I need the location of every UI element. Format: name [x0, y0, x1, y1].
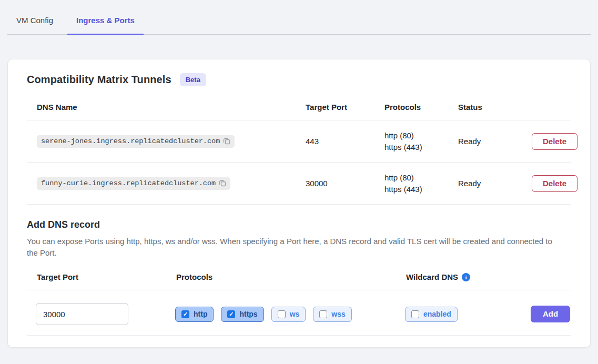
checkbox-wss[interactable]: wss: [313, 307, 351, 322]
checkbox-label: wss: [331, 310, 345, 318]
checkbox-http[interactable]: ✓ http: [175, 307, 214, 322]
beta-badge: Beta: [180, 73, 206, 86]
add-dns-record-title: Add DNS record: [27, 219, 571, 230]
tab-bar: VM Config Ingress & Ports: [7, 0, 591, 35]
checkbox-wildcard-enabled[interactable]: enabled: [405, 307, 458, 322]
checkbox-ws[interactable]: ws: [271, 307, 306, 322]
checkbox-icon: [278, 310, 286, 318]
header-dns-name: DNS Name: [27, 103, 296, 112]
target-port-input[interactable]: [36, 303, 128, 325]
form-label-target-port: Target Port: [27, 272, 166, 281]
tunnels-card: Compatibility Matrix Tunnels Beta DNS Na…: [7, 59, 591, 348]
table-row: funny-curie.ingress.replicatedcluster.co…: [27, 162, 571, 204]
status-cell: Ready: [448, 137, 522, 146]
checkbox-https[interactable]: ✓ https: [221, 307, 263, 322]
delete-button[interactable]: Delete: [532, 175, 577, 192]
add-button[interactable]: Add: [531, 306, 570, 322]
copy-icon[interactable]: [223, 137, 230, 145]
target-port-cell: 30000: [296, 179, 374, 188]
target-port-cell: 443: [296, 137, 374, 146]
tab-ingress-ports[interactable]: Ingress & Ports: [67, 12, 144, 35]
checkbox-label: enabled: [423, 310, 451, 318]
dns-name-text: funny-curie.ingress.replicatedcluster.co…: [41, 179, 216, 187]
checkbox-icon: [411, 310, 419, 318]
form-label-protocols: Protocols: [166, 272, 396, 281]
dns-name-text: serene-jones.ingress.replicatedcluster.c…: [41, 137, 220, 145]
protocol-checkbox-group: ✓ http ✓ https ws wss: [166, 307, 396, 322]
tab-vm-config[interactable]: VM Config: [7, 12, 62, 34]
card-title: Compatibility Matrix Tunnels: [27, 74, 171, 86]
form-label-wildcard-dns: Wildcard DNS: [406, 272, 458, 281]
status-cell: Ready: [448, 179, 522, 188]
protocols-cell: http (80) https (443): [374, 130, 448, 153]
checkbox-icon: [319, 310, 327, 318]
checkbox-icon: ✓: [227, 310, 235, 318]
copy-icon[interactable]: [219, 179, 226, 187]
tunnels-table-header: DNS Name Target Port Protocols Status: [27, 94, 571, 120]
checkbox-label: ws: [290, 310, 300, 318]
header-protocols: Protocols: [374, 103, 448, 112]
checkbox-icon: ✓: [181, 310, 189, 318]
checkbox-label: https: [239, 310, 257, 318]
tunnels-table-body: serene-jones.ingress.replicatedcluster.c…: [27, 120, 571, 205]
protocols-cell: http (80) https (443): [374, 172, 448, 195]
dns-name-pill: funny-curie.ingress.replicatedcluster.co…: [37, 177, 230, 190]
header-status: Status: [448, 103, 522, 112]
dns-name-pill: serene-jones.ingress.replicatedcluster.c…: [37, 135, 235, 148]
header-target-port: Target Port: [296, 103, 374, 112]
add-form-header: Target Port Protocols Wildcard DNS i: [27, 272, 571, 290]
delete-button[interactable]: Delete: [532, 133, 577, 150]
card-title-row: Compatibility Matrix Tunnels Beta: [27, 73, 571, 86]
table-row: serene-jones.ingress.replicatedcluster.c…: [27, 120, 571, 162]
add-form-row: ✓ http ✓ https ws wss enabled Add: [27, 303, 571, 336]
info-icon[interactable]: i: [462, 273, 470, 281]
add-dns-record-description: You can expose Ports using http, https, …: [27, 236, 555, 259]
checkbox-label: http: [194, 310, 207, 318]
